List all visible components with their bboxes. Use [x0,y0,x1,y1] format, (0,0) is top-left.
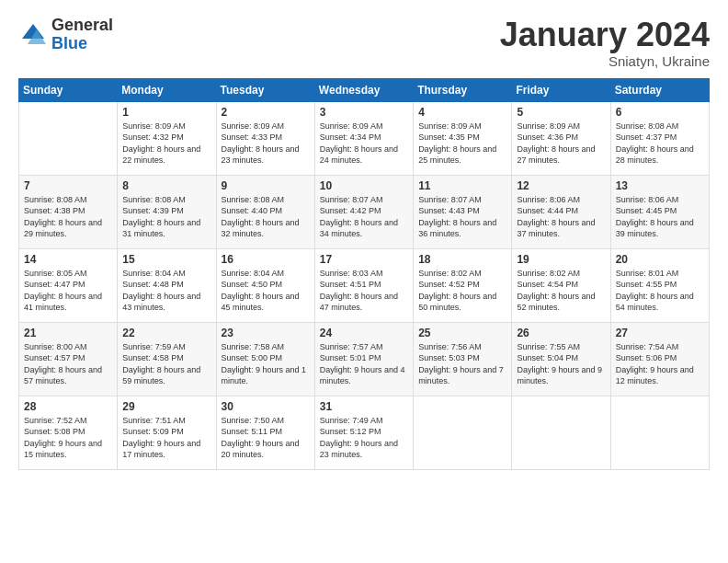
calendar-cell: 19Sunrise: 8:02 AMSunset: 4:54 PMDayligh… [512,248,610,322]
day-info: Sunrise: 7:58 AMSunset: 5:00 PMDaylight:… [222,341,310,387]
calendar-cell: 16Sunrise: 8:04 AMSunset: 4:50 PMDayligh… [216,248,314,322]
calendar-cell: 5Sunrise: 8:09 AMSunset: 4:36 PMDaylight… [512,101,610,175]
calendar-header-row: SundayMondayTuesdayWednesdayThursdayFrid… [19,78,710,101]
calendar-cell: 3Sunrise: 8:09 AMSunset: 4:34 PMDaylight… [314,101,413,175]
day-info: Sunrise: 8:09 AMSunset: 4:33 PMDaylight:… [222,121,310,167]
day-info: Sunrise: 8:03 AMSunset: 4:51 PMDaylight:… [320,268,408,314]
calendar-week-row: 1Sunrise: 8:09 AMSunset: 4:32 PMDaylight… [19,101,710,175]
calendar-cell: 29Sunrise: 7:51 AMSunset: 5:09 PMDayligh… [118,396,216,469]
day-info: Sunrise: 8:05 AMSunset: 4:47 PMDaylight:… [24,268,112,314]
logo-text: General Blue [51,17,113,53]
calendar-cell: 27Sunrise: 7:54 AMSunset: 5:06 PMDayligh… [610,322,709,396]
calendar-cell: 15Sunrise: 8:04 AMSunset: 4:48 PMDayligh… [118,248,216,322]
day-info: Sunrise: 8:09 AMSunset: 4:35 PMDaylight:… [418,121,506,167]
day-info: Sunrise: 8:09 AMSunset: 4:34 PMDaylight:… [320,121,408,167]
calendar-cell: 28Sunrise: 7:52 AMSunset: 5:08 PMDayligh… [19,396,118,469]
header: General Blue January 2024 Sniatyn, Ukrai… [18,17,710,69]
day-number: 6 [616,106,704,119]
col-header-saturday: Saturday [610,78,709,101]
logo-icon [18,20,48,50]
day-info: Sunrise: 8:07 AMSunset: 4:42 PMDaylight:… [320,194,408,240]
day-number: 27 [616,327,704,339]
day-number: 22 [122,327,210,339]
col-header-friday: Friday [512,78,610,101]
calendar-week-row: 14Sunrise: 8:05 AMSunset: 4:47 PMDayligh… [19,248,710,322]
col-header-thursday: Thursday [414,78,512,101]
day-number: 14 [24,253,112,266]
calendar-cell: 2Sunrise: 8:09 AMSunset: 4:33 PMDaylight… [216,101,314,175]
month-title: January 2024 [500,17,710,53]
day-number: 10 [320,179,408,192]
day-number: 28 [24,400,112,413]
day-info: Sunrise: 8:01 AMSunset: 4:55 PMDaylight:… [616,268,704,314]
day-number: 5 [517,106,605,119]
logo-blue: Blue [51,35,113,53]
day-number: 15 [122,253,210,266]
day-number: 7 [24,179,112,192]
calendar-cell: 25Sunrise: 7:56 AMSunset: 5:03 PMDayligh… [414,322,512,396]
day-number: 30 [222,400,310,413]
col-header-monday: Monday [118,78,216,101]
day-info: Sunrise: 7:59 AMSunset: 4:58 PMDaylight:… [122,341,210,387]
day-number: 29 [122,400,210,413]
day-info: Sunrise: 7:54 AMSunset: 5:06 PMDaylight:… [616,341,704,387]
day-number: 11 [418,179,506,192]
calendar-page: General Blue January 2024 Sniatyn, Ukrai… [0,0,728,563]
day-info: Sunrise: 7:52 AMSunset: 5:08 PMDaylight:… [24,415,112,461]
calendar-cell: 8Sunrise: 8:08 AMSunset: 4:39 PMDaylight… [118,175,216,248]
calendar-cell: 13Sunrise: 8:06 AMSunset: 4:45 PMDayligh… [610,175,709,248]
calendar-cell [414,396,512,469]
col-header-sunday: Sunday [19,78,118,101]
calendar-cell [610,396,709,469]
day-info: Sunrise: 7:50 AMSunset: 5:11 PMDaylight:… [222,415,310,461]
day-number: 1 [122,106,210,119]
day-number: 2 [222,106,310,119]
day-info: Sunrise: 8:08 AMSunset: 4:39 PMDaylight:… [122,194,210,240]
day-info: Sunrise: 8:08 AMSunset: 4:40 PMDaylight:… [222,194,310,240]
calendar-cell: 31Sunrise: 7:49 AMSunset: 5:12 PMDayligh… [314,396,413,469]
day-info: Sunrise: 8:09 AMSunset: 4:32 PMDaylight:… [122,121,210,167]
title-block: January 2024 Sniatyn, Ukraine [500,17,710,69]
day-info: Sunrise: 7:56 AMSunset: 5:03 PMDaylight:… [418,341,506,387]
day-info: Sunrise: 8:07 AMSunset: 4:43 PMDaylight:… [418,194,506,240]
logo-general: General [51,17,113,35]
day-info: Sunrise: 8:02 AMSunset: 4:54 PMDaylight:… [517,268,605,314]
day-info: Sunrise: 7:49 AMSunset: 5:12 PMDaylight:… [320,415,408,461]
day-number: 9 [222,179,310,192]
day-info: Sunrise: 8:00 AMSunset: 4:57 PMDaylight:… [24,341,112,387]
day-info: Sunrise: 8:08 AMSunset: 4:38 PMDaylight:… [24,194,112,240]
day-number: 8 [122,179,210,192]
calendar-cell [512,396,610,469]
logo: General Blue [18,17,113,53]
day-number: 12 [517,179,605,192]
day-number: 25 [418,327,506,339]
day-info: Sunrise: 8:04 AMSunset: 4:48 PMDaylight:… [122,268,210,314]
calendar-cell: 21Sunrise: 8:00 AMSunset: 4:57 PMDayligh… [19,322,118,396]
calendar-cell: 4Sunrise: 8:09 AMSunset: 4:35 PMDaylight… [414,101,512,175]
calendar-cell: 24Sunrise: 7:57 AMSunset: 5:01 PMDayligh… [314,322,413,396]
col-header-tuesday: Tuesday [216,78,314,101]
calendar-cell: 11Sunrise: 8:07 AMSunset: 4:43 PMDayligh… [414,175,512,248]
day-number: 16 [222,253,310,266]
day-number: 4 [418,106,506,119]
location: Sniatyn, Ukraine [500,53,710,69]
calendar-cell: 9Sunrise: 8:08 AMSunset: 4:40 PMDaylight… [216,175,314,248]
day-info: Sunrise: 7:57 AMSunset: 5:01 PMDaylight:… [320,341,408,387]
day-number: 23 [222,327,310,339]
day-number: 21 [24,327,112,339]
calendar-week-row: 21Sunrise: 8:00 AMSunset: 4:57 PMDayligh… [19,322,710,396]
calendar-cell: 14Sunrise: 8:05 AMSunset: 4:47 PMDayligh… [19,248,118,322]
calendar-cell [19,101,118,175]
calendar-cell: 18Sunrise: 8:02 AMSunset: 4:52 PMDayligh… [414,248,512,322]
calendar-table: SundayMondayTuesdayWednesdayThursdayFrid… [18,78,710,470]
day-info: Sunrise: 8:08 AMSunset: 4:37 PMDaylight:… [616,121,704,167]
day-number: 26 [517,327,605,339]
col-header-wednesday: Wednesday [314,78,413,101]
day-info: Sunrise: 8:04 AMSunset: 4:50 PMDaylight:… [222,268,310,314]
calendar-cell: 7Sunrise: 8:08 AMSunset: 4:38 PMDaylight… [19,175,118,248]
day-info: Sunrise: 8:06 AMSunset: 4:45 PMDaylight:… [616,194,704,240]
day-info: Sunrise: 8:06 AMSunset: 4:44 PMDaylight:… [517,194,605,240]
day-number: 3 [320,106,408,119]
calendar-cell: 10Sunrise: 8:07 AMSunset: 4:42 PMDayligh… [314,175,413,248]
day-number: 18 [418,253,506,266]
